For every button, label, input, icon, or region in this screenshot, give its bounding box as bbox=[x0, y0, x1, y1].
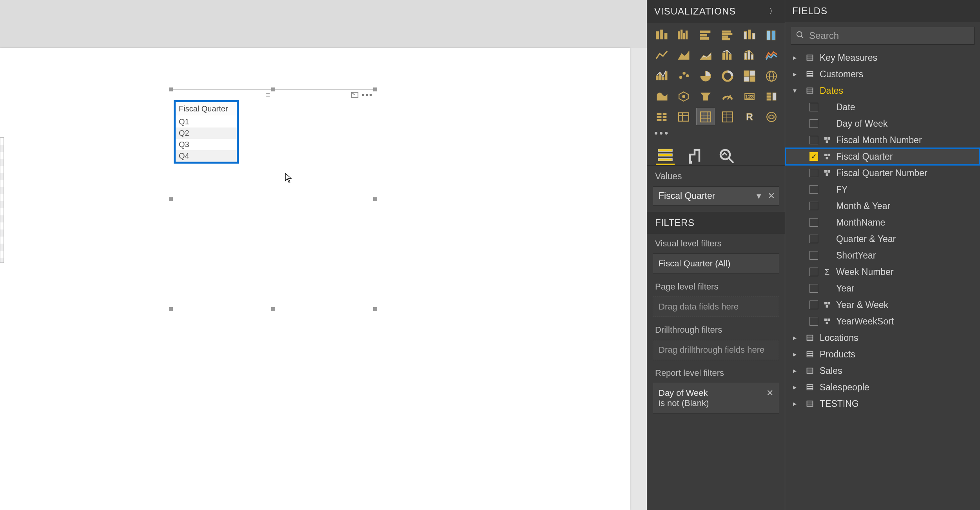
tab-format[interactable] bbox=[686, 146, 705, 165]
table-row[interactable]: Q2 bbox=[176, 128, 237, 139]
field-checkbox[interactable] bbox=[809, 185, 818, 194]
field-checkbox[interactable] bbox=[809, 268, 818, 276]
caret-right-icon[interactable]: ▸ bbox=[793, 333, 800, 342]
fields-pane-header[interactable]: FIELDS bbox=[785, 0, 980, 22]
fields-search-input[interactable] bbox=[809, 30, 969, 41]
viz-type-icon[interactable] bbox=[675, 88, 693, 104]
fields-search[interactable] bbox=[791, 27, 975, 45]
table-testing[interactable]: ▸TESTING bbox=[785, 395, 980, 412]
viz-type-icon[interactable] bbox=[719, 27, 737, 43]
field-fiscal-quarter[interactable]: ✓Fiscal Quarter bbox=[785, 148, 980, 165]
remove-report-filter-icon[interactable]: ✕ bbox=[766, 388, 773, 398]
field-checkbox[interactable] bbox=[809, 119, 818, 128]
caret-right-icon[interactable]: ▸ bbox=[793, 399, 800, 408]
table-salespeople[interactable]: ▸Salespeople bbox=[785, 379, 980, 395]
viz-type-icon[interactable] bbox=[719, 47, 737, 64]
more-options-icon[interactable]: ••• bbox=[363, 91, 372, 98]
resize-handle[interactable] bbox=[271, 87, 275, 91]
visual-filter-card[interactable]: Fiscal Quarter (All) bbox=[653, 253, 779, 274]
field-checkbox[interactable] bbox=[809, 235, 818, 243]
caret-down-icon[interactable]: ▾ bbox=[793, 86, 800, 95]
field-month-year[interactable]: Month & Year bbox=[785, 198, 980, 214]
viz-type-icon[interactable] bbox=[653, 88, 671, 104]
field-fy[interactable]: FY bbox=[785, 181, 980, 198]
viz-type-icon[interactable] bbox=[762, 108, 780, 125]
field-year-week[interactable]: Year & Week bbox=[785, 297, 980, 313]
table-key-measures[interactable]: ▸Key Measures bbox=[785, 49, 980, 66]
viz-type-icon[interactable] bbox=[653, 108, 671, 125]
tab-analytics[interactable] bbox=[717, 146, 736, 165]
viz-type-icon[interactable]: 123 bbox=[740, 88, 759, 104]
field-yearweeksort[interactable]: YearWeekSort bbox=[785, 313, 980, 330]
field-checkbox[interactable] bbox=[809, 317, 818, 326]
viz-type-icon[interactable] bbox=[653, 67, 671, 84]
viz-type-icon[interactable] bbox=[719, 108, 737, 125]
resize-handle[interactable] bbox=[373, 87, 377, 91]
tab-fields[interactable] bbox=[656, 146, 675, 165]
field-checkbox[interactable] bbox=[809, 284, 818, 293]
visualizations-pane-header[interactable]: VISUALIZATIONS 〉 bbox=[647, 0, 785, 23]
viz-type-icon[interactable] bbox=[653, 27, 671, 43]
viz-type-icon[interactable] bbox=[719, 88, 737, 104]
field-shortyear[interactable]: ShortYear bbox=[785, 247, 980, 264]
caret-right-icon[interactable]: ▸ bbox=[793, 350, 800, 359]
filters-header[interactable]: FILTERS bbox=[647, 212, 785, 234]
resize-handle[interactable] bbox=[373, 197, 377, 201]
report-canvas[interactable]: ≡ ••• Fiscal Quarter Q1Q2Q3Q4 bbox=[0, 0, 647, 510]
caret-right-icon[interactable]: ▸ bbox=[793, 383, 800, 392]
viz-type-icon[interactable] bbox=[675, 67, 693, 84]
resize-handle[interactable] bbox=[373, 307, 377, 311]
caret-right-icon[interactable]: ▸ bbox=[793, 366, 800, 375]
field-checkbox[interactable] bbox=[809, 301, 818, 309]
caret-right-icon[interactable]: ▸ bbox=[793, 53, 800, 62]
field-checkbox[interactable] bbox=[809, 169, 818, 177]
viz-type-icon[interactable] bbox=[697, 27, 715, 43]
field-date[interactable]: Date bbox=[785, 99, 980, 115]
field-monthname[interactable]: MonthName bbox=[785, 214, 980, 231]
resize-handle[interactable] bbox=[169, 87, 173, 91]
table-column-header[interactable]: Fiscal Quarter bbox=[176, 102, 237, 116]
remove-field-icon[interactable]: ✕ bbox=[768, 191, 775, 201]
table-row[interactable]: Q3 bbox=[176, 139, 237, 150]
viz-type-icon[interactable] bbox=[762, 88, 780, 104]
viz-type-icon[interactable] bbox=[675, 108, 693, 125]
viz-type-icon[interactable]: R bbox=[740, 108, 759, 125]
field-fiscal-quarter-number[interactable]: Fiscal Quarter Number bbox=[785, 165, 980, 181]
viz-type-icon[interactable] bbox=[740, 27, 759, 43]
table-products[interactable]: ▸Products bbox=[785, 346, 980, 362]
field-day-of-week[interactable]: Day of Week bbox=[785, 115, 980, 132]
field-checkbox[interactable]: ✓ bbox=[809, 152, 818, 161]
field-checkbox[interactable] bbox=[809, 218, 818, 227]
table-customers[interactable]: ▸Customers bbox=[785, 66, 980, 82]
viz-type-icon[interactable] bbox=[740, 67, 759, 84]
viz-type-icon[interactable] bbox=[719, 67, 737, 84]
field-checkbox[interactable] bbox=[809, 103, 818, 111]
resize-handle[interactable] bbox=[271, 307, 275, 311]
more-visuals-icon[interactable]: ••• bbox=[647, 127, 785, 143]
caret-right-icon[interactable]: ▸ bbox=[793, 70, 800, 78]
table-visual-selected[interactable]: ≡ ••• Fiscal Quarter Q1Q2Q3Q4 bbox=[171, 89, 375, 309]
viz-type-icon[interactable] bbox=[697, 88, 715, 104]
table-sales[interactable]: ▸Sales bbox=[785, 362, 980, 379]
values-field-well[interactable]: Fiscal Quarter ▾ ✕ bbox=[653, 186, 779, 206]
field-week-number[interactable]: ΣWeek Number bbox=[785, 264, 980, 280]
viz-type-icon[interactable] bbox=[762, 27, 780, 43]
resize-handle[interactable] bbox=[169, 307, 173, 311]
page-filters-dropzone[interactable]: Drag data fields here bbox=[653, 297, 779, 317]
viz-type-icon[interactable] bbox=[697, 108, 715, 125]
viz-type-icon[interactable] bbox=[762, 47, 780, 64]
table-locations[interactable]: ▸Locations bbox=[785, 330, 980, 346]
field-checkbox[interactable] bbox=[809, 136, 818, 144]
field-checkbox[interactable] bbox=[809, 251, 818, 260]
drillthrough-dropzone[interactable]: Drag drillthrough fields here bbox=[653, 340, 779, 360]
collapse-pane-icon[interactable]: 〉 bbox=[769, 5, 778, 17]
viz-type-icon[interactable] bbox=[762, 67, 780, 84]
drag-grip-icon[interactable]: ≡ bbox=[266, 91, 271, 99]
viz-type-icon[interactable] bbox=[697, 47, 715, 64]
viz-type-icon[interactable] bbox=[675, 47, 693, 64]
resize-handle[interactable] bbox=[169, 197, 173, 201]
report-filter-card[interactable]: ✕ Day of Week is not (Blank) bbox=[653, 383, 779, 413]
field-checkbox[interactable] bbox=[809, 202, 818, 210]
viz-type-icon[interactable] bbox=[697, 67, 715, 84]
table-row[interactable]: Q1 bbox=[176, 116, 237, 128]
